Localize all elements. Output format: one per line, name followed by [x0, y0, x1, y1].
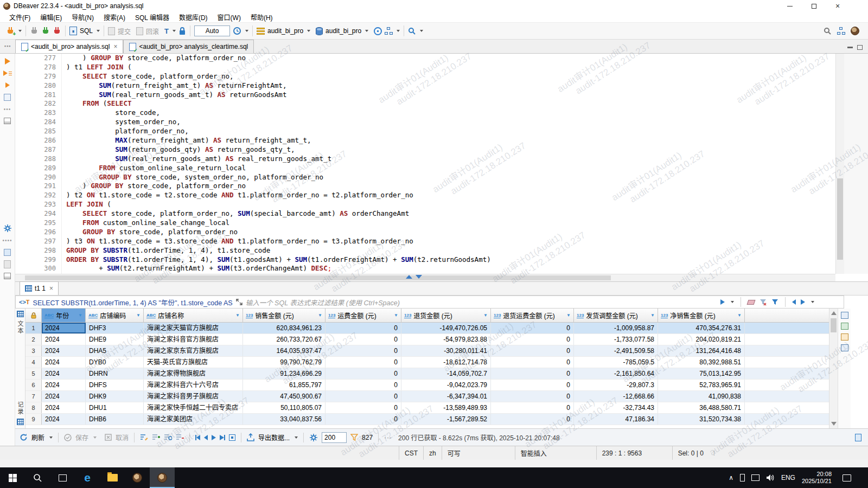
- cell[interactable]: -54,979,823.88: [401, 334, 491, 345]
- schema-tree-dropdown[interactable]: [397, 30, 400, 32]
- delete-row-icon[interactable]: [176, 434, 184, 441]
- menu-item-4[interactable]: SQL 编辑器: [130, 11, 174, 23]
- menu-item-3[interactable]: 搜索(A): [99, 11, 130, 23]
- cell[interactable]: 31,520,734.38: [658, 414, 745, 425]
- metadata-panel-icon[interactable]: [841, 333, 848, 341]
- cell[interactable]: -785,059.5: [574, 357, 658, 368]
- menu-item-1[interactable]: 编辑(E): [35, 11, 67, 23]
- perspective-icon[interactable]: [837, 27, 845, 35]
- grid-presentation-icon[interactable]: [17, 311, 24, 317]
- code-line[interactable]: platform_order_no,: [66, 127, 835, 136]
- cell[interactable]: -2,491,509.58: [574, 345, 658, 356]
- cell[interactable]: DHU1: [86, 402, 144, 413]
- column-header-7[interactable]: 123退货运费金额 (元)▼: [491, 309, 574, 322]
- cell[interactable]: -32,734.43: [574, 402, 658, 413]
- menu-item-7[interactable]: 帮助(H): [246, 11, 278, 23]
- quick-search-icon[interactable]: [824, 27, 832, 35]
- row-number-cell[interactable]: 3: [25, 345, 42, 356]
- cell[interactable]: DHK9: [86, 391, 144, 402]
- remove-filter-icon[interactable]: [760, 299, 767, 306]
- rollback-button[interactable]: 回滚: [133, 27, 162, 36]
- cell[interactable]: 50,110,805.07: [243, 402, 326, 413]
- editor-code[interactable]: ) GROUP BY store_code, platform_order_no…: [62, 54, 835, 274]
- code-line[interactable]: SUM(return_goods_qty) AS return_goods_qt…: [66, 145, 835, 155]
- cell[interactable]: -1,009,958.87: [574, 323, 658, 333]
- column-filter-dropdown-icon[interactable]: ▼: [483, 313, 488, 318]
- execute-statement-icon[interactable]: [3, 56, 12, 66]
- menu-item-0[interactable]: 文件(F): [4, 11, 35, 23]
- cell[interactable]: 0: [491, 368, 574, 379]
- filter-placeholder[interactable]: 输入一个 SQL 表达式来过滤结果 (使用 Ctrl+Space): [246, 297, 400, 307]
- minimize-button[interactable]: [778, 0, 802, 12]
- cell[interactable]: 2024: [42, 380, 86, 390]
- column-header-6[interactable]: 123退货金额 (元)▼: [401, 309, 491, 322]
- taskbar-clock[interactable]: 20:08 2025/10/21: [802, 471, 832, 485]
- scroll-up-icon[interactable]: [831, 311, 837, 315]
- cell[interactable]: 海澜之家京东官方旗舰店: [144, 345, 243, 356]
- cell[interactable]: 0: [491, 391, 574, 402]
- row-number-cell[interactable]: 5: [25, 368, 42, 379]
- search-icon[interactable]: [408, 27, 416, 35]
- cell[interactable]: 131,264,416.48: [658, 345, 745, 356]
- column-header-9[interactable]: 123净销售金额 (元)▼: [658, 309, 745, 322]
- dbeaver-taskbar-button-active[interactable]: [150, 467, 175, 488]
- code-line[interactable]: + SUM(t2.returnFreightAmt) + SUM(t3.orde…: [66, 264, 835, 273]
- file-explorer-button[interactable]: [100, 467, 125, 488]
- cell[interactable]: -149,470,726.05: [401, 323, 491, 333]
- row-number-cell[interactable]: 8: [25, 402, 42, 413]
- cell[interactable]: 2024: [42, 414, 86, 425]
- cell[interactable]: 2024: [42, 323, 86, 333]
- new-connection-icon[interactable]: +: [6, 27, 15, 35]
- minimize-editor-icon[interactable]: [847, 47, 853, 48]
- copy-status-icon[interactable]: [855, 434, 861, 441]
- edge-button[interactable]: e: [75, 467, 100, 488]
- cell[interactable]: 海澜之家抖音官方旗舰店: [144, 334, 243, 345]
- insert-mode-indicator[interactable]: 智能插入: [515, 446, 596, 460]
- close-button[interactable]: ×: [826, 0, 850, 12]
- row-number-cell[interactable]: 2: [25, 334, 42, 345]
- column-filter-dropdown-icon[interactable]: ▼: [394, 313, 398, 318]
- row-number-cell[interactable]: 1: [25, 323, 42, 333]
- column-header-2[interactable]: ABC店铺编码▼: [86, 309, 144, 322]
- tab-close-icon[interactable]: ×: [113, 43, 117, 50]
- row-number-cell[interactable]: 9: [25, 414, 42, 425]
- cell[interactable]: 0: [326, 391, 401, 402]
- filter-dropdown[interactable]: [731, 301, 734, 303]
- cell[interactable]: -12,668.66: [574, 391, 658, 402]
- editor-vertical-scrollbar[interactable]: [835, 54, 844, 274]
- cell[interactable]: 33,040,837.56: [243, 414, 326, 425]
- code-line[interactable]: ORDER BY SUBSTR(t1.orderTime, 1, 4), SUM…: [66, 255, 835, 265]
- write-mode-indicator[interactable]: 可写: [442, 446, 515, 460]
- code-line[interactable]: ) t3 ON t1.store_code = t3.store_code AN…: [66, 237, 835, 246]
- cell[interactable]: 海澜之家天猫官方旗舰店: [144, 323, 243, 333]
- lock-icon[interactable]: [178, 27, 186, 35]
- language-input-indicator[interactable]: ENG: [781, 474, 795, 481]
- cancel-button[interactable]: 取消: [116, 433, 129, 442]
- refresh-button[interactable]: 刷新: [31, 433, 44, 442]
- execute-new-tab-icon[interactable]: [3, 80, 12, 90]
- code-line[interactable]: SELECT store_code, platform_order_no,: [66, 72, 835, 81]
- cell[interactable]: 0: [326, 345, 401, 356]
- editor-horizontal-scrollbar[interactable]: [15, 274, 835, 281]
- results-tab-t1[interactable]: t1 1 ×: [20, 281, 59, 295]
- schema-tree-icon[interactable]: [385, 27, 393, 35]
- cell[interactable]: 海澜之家美团店: [144, 414, 243, 425]
- refresh-icon[interactable]: [20, 433, 28, 441]
- grid-settings-gear-icon[interactable]: [309, 433, 318, 442]
- filter-expression-text[interactable]: SELECT SUBSTR(t1.orderTime, 1, 4) AS "年份…: [33, 297, 233, 307]
- column-header-1[interactable]: ABC年份▼: [42, 309, 86, 322]
- maximize-button[interactable]: [802, 0, 826, 12]
- history-dropdown[interactable]: [245, 30, 248, 32]
- sql-editor[interactable]: 2772782792802812822832842852862872882892…: [15, 54, 835, 274]
- selection-indicator[interactable]: Sel: 0 | 0: [672, 446, 709, 460]
- duplicate-row-icon[interactable]: [164, 434, 172, 441]
- cell[interactable]: 海澜之家抖音男子旗舰店: [144, 391, 243, 402]
- history-back-icon[interactable]: [792, 299, 796, 305]
- menu-item-5[interactable]: 数据库(D): [174, 11, 213, 23]
- action-center-icon[interactable]: [843, 474, 851, 481]
- column-filter-dropdown-icon[interactable]: ▼: [136, 313, 141, 318]
- export-dropdown[interactable]: [295, 436, 298, 439]
- new-connection-dropdown[interactable]: [18, 30, 22, 32]
- dbeaver-taskbar-button[interactable]: [125, 467, 150, 488]
- cell[interactable]: 0: [326, 380, 401, 390]
